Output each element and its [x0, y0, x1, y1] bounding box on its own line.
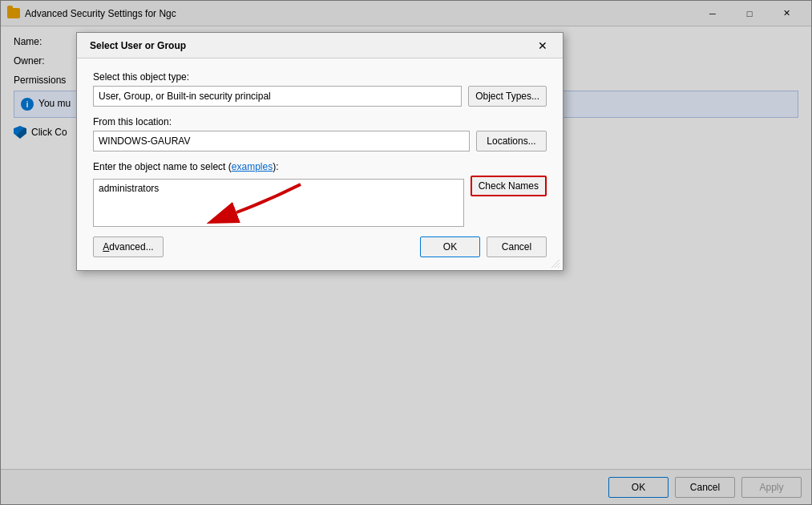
dialog-overlay: Select User or Group ✕ Select this objec… [0, 0, 812, 505]
select-user-dialog: Select User or Group ✕ Select this objec… [76, 32, 564, 271]
locations-button[interactable]: Locations... [476, 131, 547, 152]
object-name-row: administrators Check Names [93, 176, 547, 227]
location-input[interactable] [93, 131, 470, 152]
dialog-title-bar: Select User or Group ✕ [77, 33, 563, 59]
object-type-input[interactable] [93, 86, 462, 107]
advanced-button[interactable]: Advanced... [93, 236, 164, 257]
dialog-body: Select this object type: Object Types...… [77, 59, 563, 270]
dialog-cancel-button[interactable]: Cancel [487, 236, 547, 257]
object-name-input-area: administrators [93, 176, 464, 227]
dialog-close-button[interactable]: ✕ [532, 36, 553, 55]
check-names-button[interactable]: Check Names [471, 176, 547, 196]
examples-link[interactable]: examples [232, 161, 273, 172]
svg-line-2 [558, 266, 560, 268]
object-types-button[interactable]: Object Types... [468, 86, 547, 107]
resize-handle[interactable] [551, 259, 560, 267]
object-name-label: Enter the object name to select (example… [93, 161, 547, 172]
advanced-underline: Advanced... [103, 241, 153, 252]
dialog-footer: Advanced... OK Cancel [93, 236, 547, 257]
dialog-ok-button[interactable]: OK [420, 236, 480, 257]
location-row: Locations... [93, 131, 547, 152]
object-type-row: Object Types... [93, 86, 547, 107]
object-name-textarea[interactable]: administrators [93, 179, 464, 227]
object-type-label: Select this object type: [93, 71, 547, 83]
location-label: From this location: [93, 116, 547, 127]
dialog-title: Select User or Group [90, 40, 186, 51]
dialog-footer-right: OK Cancel [420, 236, 547, 257]
